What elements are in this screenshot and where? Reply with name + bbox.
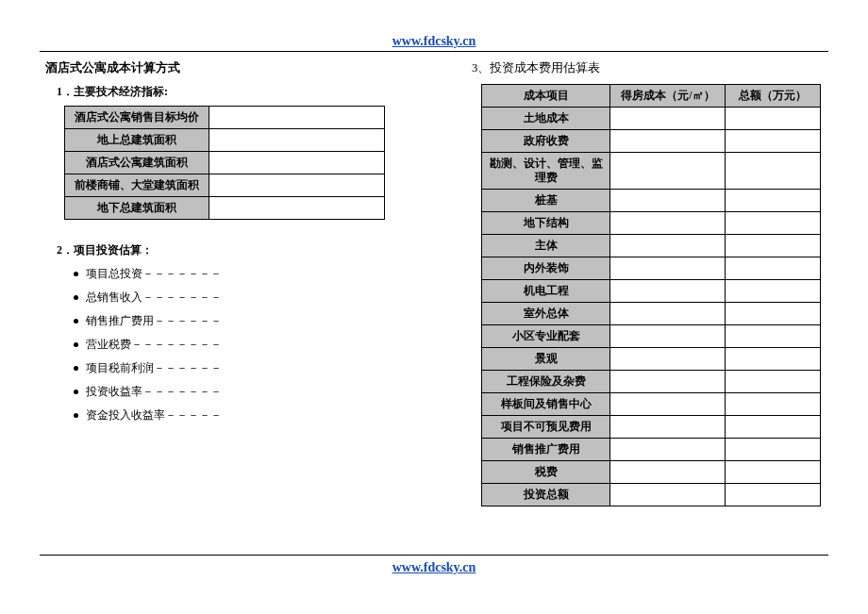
table-row-label: 销售推广费用 (482, 439, 610, 461)
right-column: 3、投资成本费用估算表 成本项目 得房成本（元/㎡） 总额（万元） 土地成本 政… (472, 57, 823, 506)
bullet-icon (74, 390, 78, 394)
table-row-value (610, 235, 726, 257)
content-area: 酒店式公寓成本计算方式 1．主要技术经济指标: 酒店式公寓销售目标均价 地上总建… (45, 57, 823, 506)
list-item: 营业税费－－－－－－－－ (74, 337, 396, 353)
header-url[interactable]: www.fdcsky.cn (0, 34, 868, 49)
bullet-icon (74, 295, 78, 300)
table-row-label: 土地成本 (482, 108, 610, 130)
table-row-label: 主体 (482, 235, 610, 257)
table-row-value (610, 371, 726, 393)
table-row-label: 内外装饰 (482, 257, 610, 280)
section3-title: 3、投资成本费用估算表 (472, 60, 823, 76)
table-row-value (726, 439, 821, 461)
list-item-label: 项目税前利润－－－－－－ (86, 360, 222, 376)
table-row-value (610, 461, 726, 484)
table-row-label: 地下总建筑面积 (65, 197, 209, 220)
bullet-icon (74, 319, 78, 324)
table-row-value (726, 484, 821, 506)
table-row-value (726, 325, 821, 348)
table-row-value (610, 130, 726, 153)
table-row-value (726, 153, 821, 190)
table-row-value (610, 393, 726, 416)
table-row-value (726, 108, 821, 130)
table-row-value (726, 280, 821, 303)
table-row-label: 酒店式公寓销售目标均价 (65, 107, 209, 129)
indicator-table: 酒店式公寓销售目标均价 地上总建筑面积 酒店式公寓建筑面积 前楼商铺、大堂建筑面… (64, 106, 385, 220)
footer-url[interactable]: www.fdcsky.cn (0, 560, 868, 575)
list-item-label: 总销售收入－－－－－－－ (86, 290, 222, 306)
table-row-label: 税费 (482, 461, 610, 484)
table-row-value (726, 416, 821, 439)
table-row-label: 投资总额 (482, 484, 610, 506)
list-item-label: 销售推广费用－－－－－－ (86, 313, 222, 329)
left-column: 酒店式公寓成本计算方式 1．主要技术经济指标: 酒店式公寓销售目标均价 地上总建… (45, 57, 396, 506)
bottom-rule (40, 555, 828, 556)
table-row-label: 政府收费 (482, 130, 610, 153)
table-row-value (610, 212, 726, 235)
bullet-icon (74, 366, 78, 371)
table-row-label: 小区专业配套 (482, 325, 610, 348)
table-row-value (610, 108, 726, 130)
section2-title: 2．项目投资估算： (57, 242, 396, 258)
table-row-value (610, 348, 726, 371)
table-row-value (726, 212, 821, 235)
table-header: 得房成本（元/㎡） (610, 85, 726, 108)
table-row-value (610, 439, 726, 461)
table-row-label: 景观 (482, 348, 610, 371)
table-row-value (209, 174, 384, 197)
table-row-label: 样板间及销售中心 (482, 393, 610, 416)
table-row-value (610, 303, 726, 325)
table-row-value (209, 197, 384, 220)
list-item: 资金投入收益率－－－－－ (74, 407, 396, 423)
table-row-value (726, 190, 821, 212)
table-row-value (610, 325, 726, 348)
bullet-list: 项目总投资－－－－－－－ 总销售收入－－－－－－－ 销售推广费用－－－－－－ 营… (74, 266, 396, 423)
table-row-label: 项目不可预见费用 (482, 416, 610, 439)
table-row-value (726, 257, 821, 280)
table-row-value (209, 152, 384, 174)
top-rule (40, 51, 828, 52)
table-row-label: 地下结构 (482, 212, 610, 235)
table-row-value (610, 280, 726, 303)
table-row-value (726, 461, 821, 484)
list-item: 投资收益率－－－－－－－ (74, 384, 396, 400)
list-item-label: 资金投入收益率－－－－－ (86, 407, 222, 423)
table-row-value (610, 484, 726, 506)
table-row-value (726, 303, 821, 325)
table-row-label: 工程保险及杂费 (482, 371, 610, 393)
table-header: 总额（万元） (726, 85, 821, 108)
list-item-label: 项目总投资－－－－－－－ (86, 266, 222, 282)
list-item-label: 营业税费－－－－－－－－ (86, 337, 222, 353)
table-row-value (610, 153, 726, 190)
table-row-value (209, 107, 384, 129)
table-row-label: 地上总建筑面积 (65, 129, 209, 152)
table-row-value (610, 416, 726, 439)
list-item-label: 投资收益率－－－－－－－ (86, 384, 222, 400)
table-row-value (610, 190, 726, 212)
table-row-label: 勘测、设计、管理、监理费 (482, 153, 610, 190)
bullet-icon (74, 413, 78, 418)
table-row-label: 机电工程 (482, 280, 610, 303)
bullet-icon (74, 342, 78, 347)
table-row-label: 桩基 (482, 190, 610, 212)
list-item: 项目总投资－－－－－－－ (74, 266, 396, 282)
list-item: 项目税前利润－－－－－－ (74, 360, 396, 376)
table-row-value (610, 257, 726, 280)
table-row-value (726, 235, 821, 257)
table-row-value (726, 348, 821, 371)
table-row-value (726, 371, 821, 393)
list-item: 销售推广费用－－－－－－ (74, 313, 396, 329)
document-title: 酒店式公寓成本计算方式 (45, 60, 396, 76)
bullet-icon (74, 272, 78, 276)
section1-title: 1．主要技术经济指标: (57, 84, 396, 100)
table-row-value (726, 130, 821, 153)
list-item: 总销售收入－－－－－－－ (74, 290, 396, 306)
table-row-label: 室外总体 (482, 303, 610, 325)
table-row-label: 前楼商铺、大堂建筑面积 (65, 174, 209, 197)
table-row-value (726, 393, 821, 416)
table-row-label: 酒店式公寓建筑面积 (65, 152, 209, 174)
table-header: 成本项目 (482, 85, 610, 108)
cost-estimate-table: 成本项目 得房成本（元/㎡） 总额（万元） 土地成本 政府收费 勘测、设计、管理… (481, 84, 821, 506)
table-row-value (209, 129, 384, 152)
